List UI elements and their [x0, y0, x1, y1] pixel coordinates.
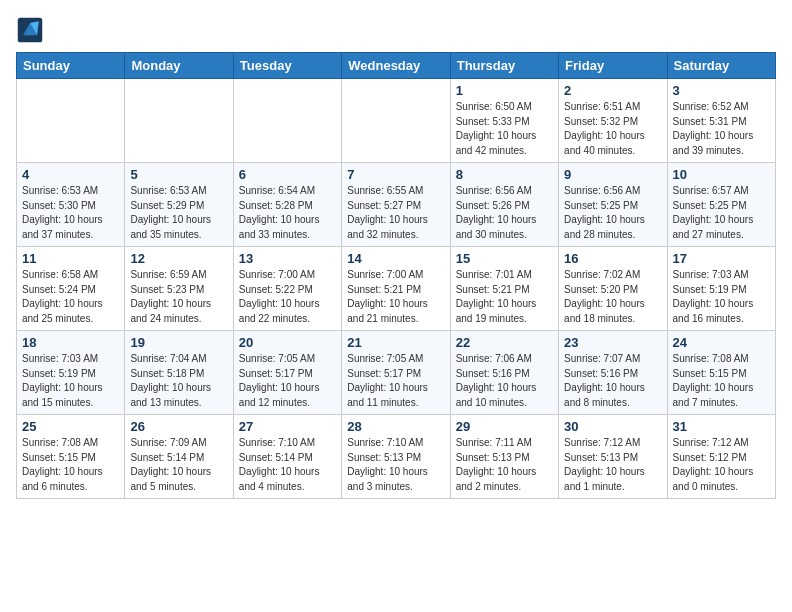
day-number: 14: [347, 251, 444, 266]
day-number: 30: [564, 419, 661, 434]
day-cell: 11Sunrise: 6:58 AM Sunset: 5:24 PM Dayli…: [17, 247, 125, 331]
day-cell: 24Sunrise: 7:08 AM Sunset: 5:15 PM Dayli…: [667, 331, 775, 415]
day-info: Sunrise: 7:12 AM Sunset: 5:13 PM Dayligh…: [564, 436, 661, 494]
day-cell: 23Sunrise: 7:07 AM Sunset: 5:16 PM Dayli…: [559, 331, 667, 415]
day-cell: 26Sunrise: 7:09 AM Sunset: 5:14 PM Dayli…: [125, 415, 233, 499]
weekday-header-row: SundayMondayTuesdayWednesdayThursdayFrid…: [17, 53, 776, 79]
weekday-header-saturday: Saturday: [667, 53, 775, 79]
calendar-table: SundayMondayTuesdayWednesdayThursdayFrid…: [16, 52, 776, 499]
day-cell: 10Sunrise: 6:57 AM Sunset: 5:25 PM Dayli…: [667, 163, 775, 247]
day-info: Sunrise: 7:08 AM Sunset: 5:15 PM Dayligh…: [673, 352, 770, 410]
day-number: 8: [456, 167, 553, 182]
weekday-header-sunday: Sunday: [17, 53, 125, 79]
day-info: Sunrise: 7:00 AM Sunset: 5:22 PM Dayligh…: [239, 268, 336, 326]
day-info: Sunrise: 7:07 AM Sunset: 5:16 PM Dayligh…: [564, 352, 661, 410]
day-number: 21: [347, 335, 444, 350]
day-info: Sunrise: 7:12 AM Sunset: 5:12 PM Dayligh…: [673, 436, 770, 494]
day-number: 27: [239, 419, 336, 434]
weekday-header-monday: Monday: [125, 53, 233, 79]
day-number: 19: [130, 335, 227, 350]
week-row-1: 1Sunrise: 6:50 AM Sunset: 5:33 PM Daylig…: [17, 79, 776, 163]
day-info: Sunrise: 7:03 AM Sunset: 5:19 PM Dayligh…: [22, 352, 119, 410]
day-info: Sunrise: 6:58 AM Sunset: 5:24 PM Dayligh…: [22, 268, 119, 326]
day-number: 28: [347, 419, 444, 434]
day-info: Sunrise: 7:04 AM Sunset: 5:18 PM Dayligh…: [130, 352, 227, 410]
page-header: [16, 16, 776, 44]
day-cell: 1Sunrise: 6:50 AM Sunset: 5:33 PM Daylig…: [450, 79, 558, 163]
week-row-3: 11Sunrise: 6:58 AM Sunset: 5:24 PM Dayli…: [17, 247, 776, 331]
day-cell: 22Sunrise: 7:06 AM Sunset: 5:16 PM Dayli…: [450, 331, 558, 415]
weekday-header-friday: Friday: [559, 53, 667, 79]
day-info: Sunrise: 7:10 AM Sunset: 5:14 PM Dayligh…: [239, 436, 336, 494]
week-row-5: 25Sunrise: 7:08 AM Sunset: 5:15 PM Dayli…: [17, 415, 776, 499]
day-info: Sunrise: 7:06 AM Sunset: 5:16 PM Dayligh…: [456, 352, 553, 410]
day-number: 6: [239, 167, 336, 182]
day-cell: [342, 79, 450, 163]
day-cell: 20Sunrise: 7:05 AM Sunset: 5:17 PM Dayli…: [233, 331, 341, 415]
day-info: Sunrise: 7:02 AM Sunset: 5:20 PM Dayligh…: [564, 268, 661, 326]
day-info: Sunrise: 6:55 AM Sunset: 5:27 PM Dayligh…: [347, 184, 444, 242]
day-cell: [233, 79, 341, 163]
day-info: Sunrise: 6:57 AM Sunset: 5:25 PM Dayligh…: [673, 184, 770, 242]
day-info: Sunrise: 7:10 AM Sunset: 5:13 PM Dayligh…: [347, 436, 444, 494]
week-row-4: 18Sunrise: 7:03 AM Sunset: 5:19 PM Dayli…: [17, 331, 776, 415]
day-number: 24: [673, 335, 770, 350]
weekday-header-thursday: Thursday: [450, 53, 558, 79]
day-info: Sunrise: 7:03 AM Sunset: 5:19 PM Dayligh…: [673, 268, 770, 326]
day-number: 25: [22, 419, 119, 434]
day-info: Sunrise: 7:01 AM Sunset: 5:21 PM Dayligh…: [456, 268, 553, 326]
day-number: 12: [130, 251, 227, 266]
day-number: 31: [673, 419, 770, 434]
day-cell: 7Sunrise: 6:55 AM Sunset: 5:27 PM Daylig…: [342, 163, 450, 247]
logo: [16, 16, 48, 44]
day-info: Sunrise: 7:11 AM Sunset: 5:13 PM Dayligh…: [456, 436, 553, 494]
day-cell: 28Sunrise: 7:10 AM Sunset: 5:13 PM Dayli…: [342, 415, 450, 499]
day-cell: 21Sunrise: 7:05 AM Sunset: 5:17 PM Dayli…: [342, 331, 450, 415]
day-number: 9: [564, 167, 661, 182]
day-cell: 2Sunrise: 6:51 AM Sunset: 5:32 PM Daylig…: [559, 79, 667, 163]
day-number: 1: [456, 83, 553, 98]
day-number: 18: [22, 335, 119, 350]
day-info: Sunrise: 6:53 AM Sunset: 5:30 PM Dayligh…: [22, 184, 119, 242]
day-info: Sunrise: 7:00 AM Sunset: 5:21 PM Dayligh…: [347, 268, 444, 326]
day-cell: 6Sunrise: 6:54 AM Sunset: 5:28 PM Daylig…: [233, 163, 341, 247]
weekday-header-tuesday: Tuesday: [233, 53, 341, 79]
day-number: 13: [239, 251, 336, 266]
day-number: 11: [22, 251, 119, 266]
day-info: Sunrise: 6:56 AM Sunset: 5:25 PM Dayligh…: [564, 184, 661, 242]
day-number: 5: [130, 167, 227, 182]
day-number: 22: [456, 335, 553, 350]
day-number: 10: [673, 167, 770, 182]
day-cell: [125, 79, 233, 163]
week-row-2: 4Sunrise: 6:53 AM Sunset: 5:30 PM Daylig…: [17, 163, 776, 247]
weekday-header-wednesday: Wednesday: [342, 53, 450, 79]
day-cell: 29Sunrise: 7:11 AM Sunset: 5:13 PM Dayli…: [450, 415, 558, 499]
day-info: Sunrise: 6:53 AM Sunset: 5:29 PM Dayligh…: [130, 184, 227, 242]
day-number: 2: [564, 83, 661, 98]
day-info: Sunrise: 6:51 AM Sunset: 5:32 PM Dayligh…: [564, 100, 661, 158]
day-number: 3: [673, 83, 770, 98]
day-number: 16: [564, 251, 661, 266]
day-cell: 4Sunrise: 6:53 AM Sunset: 5:30 PM Daylig…: [17, 163, 125, 247]
day-info: Sunrise: 6:50 AM Sunset: 5:33 PM Dayligh…: [456, 100, 553, 158]
day-cell: 17Sunrise: 7:03 AM Sunset: 5:19 PM Dayli…: [667, 247, 775, 331]
day-cell: 25Sunrise: 7:08 AM Sunset: 5:15 PM Dayli…: [17, 415, 125, 499]
day-number: 20: [239, 335, 336, 350]
day-info: Sunrise: 6:54 AM Sunset: 5:28 PM Dayligh…: [239, 184, 336, 242]
day-info: Sunrise: 6:56 AM Sunset: 5:26 PM Dayligh…: [456, 184, 553, 242]
day-number: 26: [130, 419, 227, 434]
day-number: 15: [456, 251, 553, 266]
day-info: Sunrise: 6:59 AM Sunset: 5:23 PM Dayligh…: [130, 268, 227, 326]
day-number: 4: [22, 167, 119, 182]
day-info: Sunrise: 6:52 AM Sunset: 5:31 PM Dayligh…: [673, 100, 770, 158]
day-number: 29: [456, 419, 553, 434]
day-cell: 12Sunrise: 6:59 AM Sunset: 5:23 PM Dayli…: [125, 247, 233, 331]
day-cell: 15Sunrise: 7:01 AM Sunset: 5:21 PM Dayli…: [450, 247, 558, 331]
day-cell: 3Sunrise: 6:52 AM Sunset: 5:31 PM Daylig…: [667, 79, 775, 163]
day-cell: 5Sunrise: 6:53 AM Sunset: 5:29 PM Daylig…: [125, 163, 233, 247]
day-cell: 14Sunrise: 7:00 AM Sunset: 5:21 PM Dayli…: [342, 247, 450, 331]
day-info: Sunrise: 7:05 AM Sunset: 5:17 PM Dayligh…: [347, 352, 444, 410]
day-number: 23: [564, 335, 661, 350]
day-cell: 16Sunrise: 7:02 AM Sunset: 5:20 PM Dayli…: [559, 247, 667, 331]
day-info: Sunrise: 7:09 AM Sunset: 5:14 PM Dayligh…: [130, 436, 227, 494]
